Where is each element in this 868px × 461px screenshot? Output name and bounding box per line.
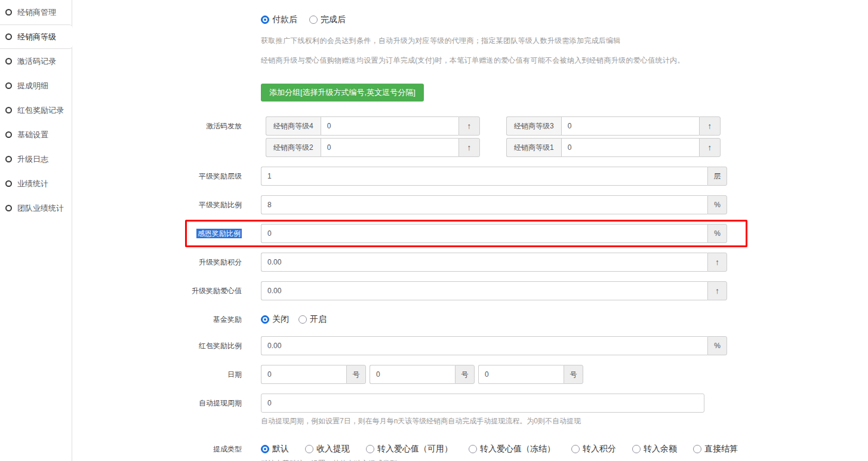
unit-suffix: 层 (707, 167, 727, 186)
sidebar-item-label: 基础设置 (17, 130, 48, 140)
row-gratitude-reward-ratio: 感恩奖励比例 % (72, 224, 868, 243)
commission-type-note: 默认走基础统一设置，其他走独立提成类型 (261, 459, 738, 461)
activation-level4-input[interactable] (321, 116, 458, 136)
field-label: 平级奖励层级 (72, 167, 261, 186)
sidebar-item-label: 提成明细 (17, 81, 48, 91)
field-label: 平级奖励比例 (72, 195, 261, 214)
activation-level1-input[interactable] (561, 138, 699, 157)
sidebar-item-label: 业绩统计 (17, 179, 48, 189)
fund-reward-radio-group: 关闭 开启 (261, 310, 327, 329)
up-arrow-icon[interactable]: ↑ (707, 253, 727, 272)
sidebar-item-commission-detail[interactable]: 提成明细 (0, 73, 72, 98)
radio-label: 转入余额 (644, 444, 677, 454)
up-arrow-icon[interactable]: ↑ (707, 281, 727, 300)
auto-withdraw-group (261, 394, 704, 413)
radio-commission-love-frozen[interactable]: 转入爱心值（冻结） (469, 444, 555, 454)
upgrade-love-group: ↑ (261, 281, 727, 300)
radio-commission-points[interactable]: 转入积分 (571, 444, 616, 454)
up-arrow-icon[interactable]: ↑ (458, 138, 480, 157)
sidebar-item-label: 红包奖励记录 (17, 105, 64, 116)
peer-ratio-input[interactable] (261, 195, 707, 214)
circle-icon (5, 205, 12, 211)
row-upgrade-reward-love: 升级奖励爱心值 ↑ (72, 281, 868, 300)
radio-commission-income-withdraw[interactable]: 收入提现 (305, 444, 350, 454)
upgrade-love-input[interactable] (261, 281, 707, 300)
circle-icon (5, 82, 12, 89)
radio-checked-icon (261, 445, 269, 453)
redpacket-ratio-input[interactable] (261, 336, 707, 355)
date-input-2[interactable] (370, 365, 455, 384)
sidebar-item-upgrade-log[interactable]: 升级日志 (0, 147, 72, 171)
input-prepend-label: 经销商等级3 (506, 116, 561, 136)
peer-ratio-group: % (261, 195, 727, 214)
radio-commission-love-available[interactable]: 转入爱心值（可用） (366, 444, 453, 454)
radio-checked-icon (261, 315, 269, 324)
row-peer-reward-ratio: 平级奖励比例 % (72, 195, 868, 214)
radio-unchecked-icon (693, 445, 701, 453)
field-label: 提成类型 (72, 443, 261, 455)
up-arrow-icon[interactable]: ↑ (699, 116, 721, 136)
row-commission-type: 提成类型 默认 收入提现 转入爱心值（可用） (72, 443, 868, 461)
radio-unchecked-icon (571, 445, 580, 453)
row-auto-withdraw-cycle: 自动提现周期 自动提现周期，例如设置7日，则在每月每n天该等级经销商自动完成手动… (72, 394, 868, 426)
radio-after-completion[interactable]: 完成后 (309, 14, 346, 25)
field-label: 升级奖励积分 (72, 253, 261, 272)
activation-level2-input[interactable] (321, 138, 458, 157)
date-group-1: 号 (261, 365, 366, 384)
field-label: 自动提现周期 (72, 394, 261, 413)
page: 经销商管理 经销商等级 激活码记录 提成明细 红包奖励记录 基础设置 升级日志 (0, 0, 868, 461)
percent-suffix: % (707, 195, 727, 214)
radio-fund-on[interactable]: 开启 (298, 314, 327, 325)
sidebar-item-dealer-level[interactable]: 经销商等级 (0, 24, 73, 49)
sidebar-item-label: 激活码记录 (17, 56, 56, 67)
date-input-1[interactable] (261, 365, 346, 384)
peer-level-input[interactable] (261, 167, 707, 186)
sidebar-item-basic-settings[interactable]: 基础设置 (0, 122, 72, 147)
sidebar-item-label: 团队业绩统计 (17, 203, 64, 214)
peer-level-group: 层 (261, 167, 727, 186)
radio-label: 完成后 (321, 14, 346, 25)
sidebar-item-redpacket-records[interactable]: 红包奖励记录 (0, 98, 72, 122)
commission-type-radio-group: 默认 收入提现 转入爱心值（可用） 转入爱心值（冻结） (261, 443, 738, 455)
gratitude-ratio-group: % (261, 224, 727, 243)
field-label: 感恩奖励比例 (72, 224, 261, 243)
percent-suffix: % (707, 224, 727, 243)
auto-withdraw-input[interactable] (261, 394, 704, 413)
sidebar-item-activation-code-records[interactable]: 激活码记录 (0, 49, 72, 73)
sidebar-item-dealer-management[interactable]: 经销商管理 (0, 0, 72, 24)
up-arrow-icon[interactable]: ↑ (458, 116, 480, 136)
radio-unchecked-icon (309, 16, 318, 24)
field-label: 升级奖励爱心值 (72, 281, 261, 300)
row-fund-reward: 基金奖励 关闭 开启 (72, 310, 868, 329)
redpacket-ratio-group: % (261, 336, 727, 355)
sidebar-item-team-performance-stats[interactable]: 团队业绩统计 (0, 196, 72, 220)
field-label: 基金奖励 (72, 310, 261, 329)
add-group-button[interactable]: 添加分组[选择升级方式编号,英文逗号分隔] (261, 84, 424, 102)
radio-after-payment[interactable]: 付款后 (261, 14, 297, 25)
upgrade-points-input[interactable] (261, 253, 707, 272)
activation-level3-input[interactable] (561, 116, 699, 136)
radio-commission-default[interactable]: 默认 (261, 444, 289, 454)
radio-commission-balance[interactable]: 转入余额 (632, 444, 677, 454)
radio-unchecked-icon (298, 315, 307, 324)
activation-group-level4: 经销商等级4 ↑ (266, 116, 485, 136)
upgrade-note-1: 获取推广下线权利的会员达到条件，自动升级为对应等级的代理商；指定某团队等级人数升… (261, 36, 868, 46)
input-prepend-label: 经销商等级4 (266, 116, 321, 136)
upgrade-timing-radio-group: 付款后 完成后 (261, 13, 868, 26)
date-group-3: 号 (478, 365, 583, 384)
radio-commission-direct-settle[interactable]: 直接结算 (693, 444, 738, 454)
up-arrow-icon[interactable]: ↑ (699, 138, 721, 157)
field-label: 日期 (72, 365, 261, 384)
radio-unchecked-icon (305, 445, 313, 453)
radio-fund-off[interactable]: 关闭 (261, 314, 289, 325)
date-input-3[interactable] (478, 365, 564, 384)
gratitude-ratio-input[interactable] (261, 224, 707, 243)
auto-withdraw-note: 自动提现周期，例如设置7日，则在每月每n天该等级经销商自动完成手动提现流程。为0… (261, 416, 704, 426)
sidebar-item-label: 升级日志 (17, 154, 48, 165)
radio-label: 收入提现 (316, 444, 350, 454)
circle-icon (5, 58, 12, 64)
activation-group-level2: 经销商等级2 ↑ (266, 138, 485, 157)
sidebar-item-performance-stats[interactable]: 业绩统计 (0, 171, 72, 196)
row-redpacket-reward-ratio: 红包奖励比例 % (72, 336, 868, 355)
input-prepend-label: 经销商等级2 (266, 138, 321, 157)
